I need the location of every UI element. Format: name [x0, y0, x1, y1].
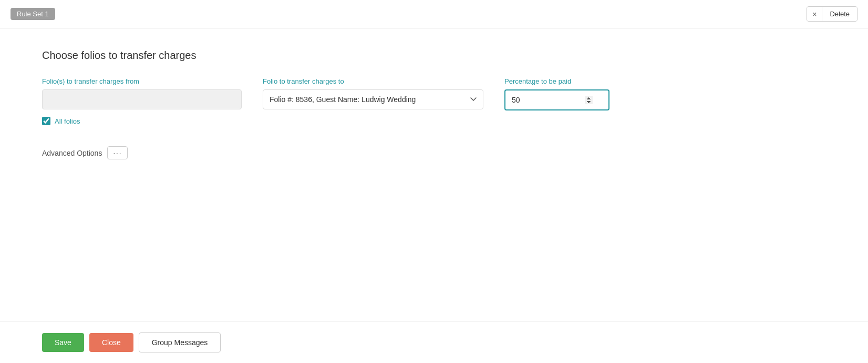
all-folios-row: All folios [42, 117, 242, 125]
advanced-options-row: Advanced Options ··· [42, 146, 826, 159]
close-button[interactable]: Close [89, 333, 133, 352]
main-content: Choose folios to transfer charges Folio(… [0, 28, 868, 175]
folio-from-group: Folio(s) to transfer charges from All fo… [42, 77, 242, 125]
fields-row: Folio(s) to transfer charges from All fo… [42, 77, 826, 125]
close-x-button[interactable]: × [807, 7, 822, 21]
folio-to-group: Folio to transfer charges to Folio #: 85… [263, 77, 483, 109]
all-folios-checkbox[interactable] [42, 117, 50, 125]
delete-btn-group: × Delete [807, 6, 857, 22]
folio-from-label: Folio(s) to transfer charges from [42, 77, 242, 85]
percentage-input[interactable] [504, 89, 609, 110]
all-folios-label[interactable]: All folios [55, 117, 80, 125]
folio-to-label: Folio to transfer charges to [263, 77, 483, 85]
rule-set-badge: Rule Set 1 [11, 8, 55, 20]
percentage-input-wrapper [504, 89, 609, 110]
folio-from-input[interactable] [42, 89, 242, 109]
percentage-group: Percentage to be paid [504, 77, 609, 110]
advanced-options-label: Advanced Options [42, 149, 102, 157]
footer: Save Close Group Messages [0, 321, 868, 363]
folio-to-select-wrapper: Folio #: 8536, Guest Name: Ludwig Weddin… [263, 89, 483, 109]
section-title: Choose folios to transfer charges [42, 49, 826, 62]
header: Rule Set 1 × Delete [0, 0, 868, 28]
advanced-options-button[interactable]: ··· [107, 146, 128, 159]
save-button[interactable]: Save [42, 333, 84, 352]
folio-to-select[interactable]: Folio #: 8536, Guest Name: Ludwig Weddin… [263, 89, 483, 109]
delete-button[interactable]: Delete [822, 7, 857, 21]
page-container: Rule Set 1 × Delete Choose folios to tra… [0, 0, 868, 363]
group-messages-button[interactable]: Group Messages [139, 332, 221, 352]
percentage-label: Percentage to be paid [504, 77, 609, 85]
